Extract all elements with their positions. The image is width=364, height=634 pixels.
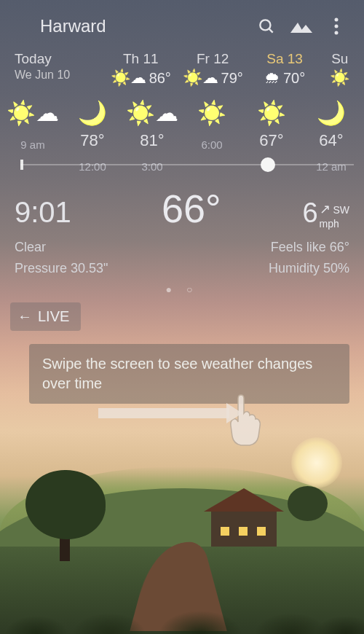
svg-point-5 <box>335 25 339 28</box>
day-label: Sa 13 <box>251 51 319 67</box>
page-dots[interactable]: ● ○ <box>0 279 364 302</box>
hour-time: 12:00 <box>63 160 122 173</box>
wind-dir: SW <box>333 204 349 216</box>
hour-temp: 64° <box>301 131 361 150</box>
slider-thumb[interactable] <box>261 157 275 172</box>
current-conditions: 9:01 66° 6 ↗ SW mph <box>0 173 364 237</box>
hours-forecast-row[interactable]: ☀️☁ 9 am 🌙 78° 12:00 ☀️☁ 81° 3:00 ☀️ 6:0… <box>0 92 364 173</box>
day-sa[interactable]: Sa 13 🌧70° <box>250 47 320 92</box>
hour-time: 3:00 <box>122 160 182 173</box>
sun-cloud-icon: ☀️☁ <box>111 69 146 87</box>
time-slider[interactable] <box>20 164 354 165</box>
swipe-arrow-graphic <box>98 378 267 447</box>
back-arrow-icon: ← <box>17 308 32 325</box>
day-th[interactable]: Th 11 ☀️☁86° <box>106 47 176 92</box>
hour-time: 9 am <box>3 138 63 151</box>
day-temp: 79° <box>221 70 243 87</box>
details-row-1: Clear Feels like 66° <box>0 237 364 258</box>
sun-cloud-icon: ☀️☁ <box>3 98 63 128</box>
feels-like: Feels like 66° <box>271 240 349 255</box>
moon-icon: 🌙 <box>301 98 361 128</box>
moon-icon: 🌙 <box>63 98 122 128</box>
landscape-icon[interactable] <box>288 13 314 39</box>
day-label: Fr 12 <box>179 51 247 67</box>
live-button[interactable]: ← LIVE <box>10 302 81 331</box>
sun-icon: ☀️ <box>330 69 349 87</box>
search-icon[interactable] <box>253 13 280 39</box>
svg-point-4 <box>335 18 339 22</box>
sun-cloud-icon: ☀️☁ <box>122 98 182 128</box>
day-temp: 70° <box>283 70 305 87</box>
day-date: We Jun 10 <box>15 69 103 82</box>
sun-graphic <box>291 437 342 488</box>
svg-line-1 <box>269 28 272 32</box>
live-label: LIVE <box>38 308 69 325</box>
day-su[interactable]: Su ☀️ <box>322 47 358 92</box>
pressure-text: Pressure 30.53" <box>15 261 269 276</box>
swipe-tip: Swipe the screen to see weather changes … <box>29 344 349 404</box>
hour-temp: 67° <box>242 131 301 150</box>
day-fr[interactable]: Fr 12 ☀️☁79° <box>178 47 248 92</box>
hour-col[interactable]: 🌙 78° 12:00 <box>63 98 122 173</box>
hour-col[interactable]: ☀️☁ 81° 3:00 <box>122 98 182 173</box>
details-row-2: Pressure 30.53" Humidity 50% <box>0 258 364 279</box>
svg-point-6 <box>335 31 339 35</box>
wind-unit: mph <box>320 218 339 230</box>
hour-col[interactable]: ☀️ 6:00 <box>182 98 242 173</box>
hour-temp: 81° <box>122 131 182 150</box>
day-temp: 86° <box>149 70 171 87</box>
current-wind: 6 ↗ SW mph <box>256 197 349 230</box>
hour-col[interactable]: 🌙 64° 12 am <box>301 98 361 173</box>
humidity-text: Humidity 50% <box>269 261 349 276</box>
day-today[interactable]: Today We Jun 10 <box>6 47 104 92</box>
hour-col[interactable]: ☀️☁ 9 am <box>3 98 63 173</box>
hour-temp: 78° <box>63 131 122 150</box>
days-forecast-row[interactable]: Today We Jun 10 Th 11 ☀️☁86° Fr 12 ☀️☁79… <box>0 47 364 92</box>
header: Harward <box>0 0 364 47</box>
sun-cloud-icon: ☀️☁ <box>183 69 218 87</box>
more-icon[interactable] <box>323 13 349 39</box>
sun-icon: ☀️ <box>242 98 301 128</box>
hour-time: 12 am <box>301 160 361 173</box>
svg-point-0 <box>260 20 270 30</box>
rain-icon: 🌧 <box>264 69 280 87</box>
condition-text: Clear <box>15 240 271 255</box>
location-name[interactable]: Harward <box>15 16 245 36</box>
day-label: Today <box>15 51 103 67</box>
wind-arrow-icon: ↗ <box>320 202 331 216</box>
wind-speed: 6 <box>302 197 317 229</box>
landscape-scene <box>0 415 364 634</box>
sun-icon: ☀️ <box>182 98 242 128</box>
current-temp: 66° <box>126 186 256 231</box>
day-label: Th 11 <box>107 51 175 67</box>
day-label: Su <box>323 51 357 67</box>
hour-time: 6:00 <box>182 138 242 151</box>
current-time: 9:01 <box>15 196 126 229</box>
